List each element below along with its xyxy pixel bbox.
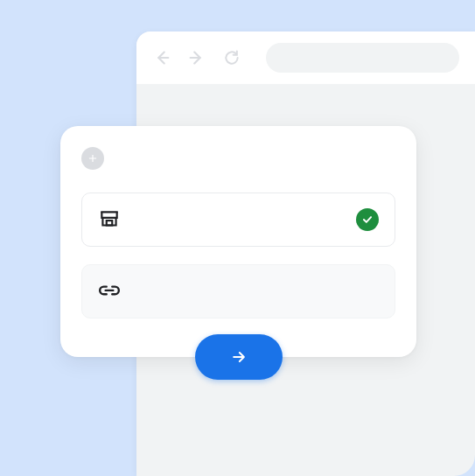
reload-icon[interactable] — [222, 48, 241, 67]
arrow-right-icon — [230, 348, 248, 366]
link-icon — [98, 280, 121, 303]
check-icon — [361, 214, 374, 226]
setup-card — [60, 126, 416, 357]
forward-icon[interactable] — [187, 48, 206, 67]
storefront-icon — [98, 208, 121, 231]
link-field[interactable] — [81, 264, 395, 318]
store-field[interactable] — [81, 192, 395, 247]
browser-toolbar — [136, 32, 475, 84]
verified-badge — [356, 208, 379, 231]
next-button[interactable] — [195, 334, 283, 380]
svg-rect-3 — [107, 220, 113, 225]
back-icon[interactable] — [152, 48, 171, 67]
address-bar[interactable] — [266, 43, 459, 73]
add-button[interactable] — [81, 147, 104, 170]
plus-icon — [87, 152, 99, 164]
